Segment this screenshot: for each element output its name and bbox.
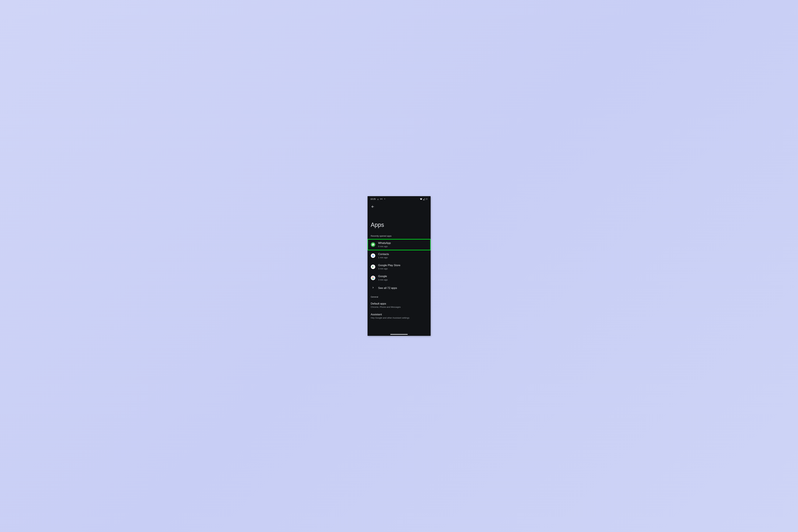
setting-row-title: Assistant	[371, 313, 410, 316]
status-time: 10:25	[370, 198, 376, 200]
see-all-apps-row[interactable]: See all 72 apps	[367, 283, 431, 292]
app-row-play-store[interactable]: Google Play Store 3 min ago	[367, 261, 431, 272]
chevron-right-icon	[372, 286, 375, 290]
app-row-subtitle: 1 min ago	[378, 256, 389, 259]
status-bar: 10:25	[367, 196, 431, 201]
app-row-whatsapp[interactable]: WhatsApp 0 min ago	[367, 239, 431, 250]
battery-icon	[426, 198, 428, 200]
app-row-title: Google Play Store	[378, 264, 400, 267]
section-header-recent: Recently opened apps	[367, 234, 431, 239]
setting-row-subtitle: Chrome, Phone and Messages	[371, 306, 401, 308]
svg-point-5	[373, 255, 373, 256]
see-all-label: See all 72 apps	[378, 286, 397, 290]
setting-row-subtitle: Hey Google and other Assistant settings	[371, 317, 410, 319]
app-row-title: Google	[378, 274, 388, 278]
back-button[interactable]	[370, 204, 376, 210]
play-store-icon	[371, 265, 375, 269]
app-row-subtitle: 0 min ago	[378, 245, 391, 248]
general-list: Default apps Chrome, Phone and Messages …	[367, 299, 431, 322]
google-icon	[371, 276, 375, 280]
key-icon	[383, 198, 386, 200]
arrow-left-icon	[371, 205, 375, 209]
download-icon	[377, 198, 379, 200]
contacts-icon	[371, 253, 375, 258]
app-row-subtitle: 3 min ago	[378, 267, 400, 270]
whatsapp-icon	[371, 242, 375, 247]
cell-signal-icon	[423, 198, 425, 200]
assistant-row[interactable]: Assistant Hey Google and other Assistant…	[367, 311, 431, 322]
recent-apps-list: WhatsApp 0 min ago Contacts 1 min ago	[367, 239, 431, 292]
nav-handle[interactable]	[390, 334, 408, 335]
default-apps-row[interactable]: Default apps Chrome, Phone and Messages	[367, 300, 431, 311]
section-header-general: General	[367, 292, 431, 299]
app-row-title: WhatsApp	[378, 241, 391, 245]
phone-frame: 10:25	[367, 196, 431, 336]
wifi-icon	[420, 198, 422, 200]
page-title: Apps	[367, 210, 431, 234]
app-row-google[interactable]: Google 3 min ago	[367, 272, 431, 283]
app-row-subtitle: 3 min ago	[378, 279, 388, 281]
app-row-title: Contacts	[378, 252, 389, 256]
setting-row-title: Default apps	[371, 302, 401, 305]
app-row-contacts[interactable]: Contacts 1 min ago	[367, 250, 431, 261]
gmail-icon	[380, 198, 382, 200]
